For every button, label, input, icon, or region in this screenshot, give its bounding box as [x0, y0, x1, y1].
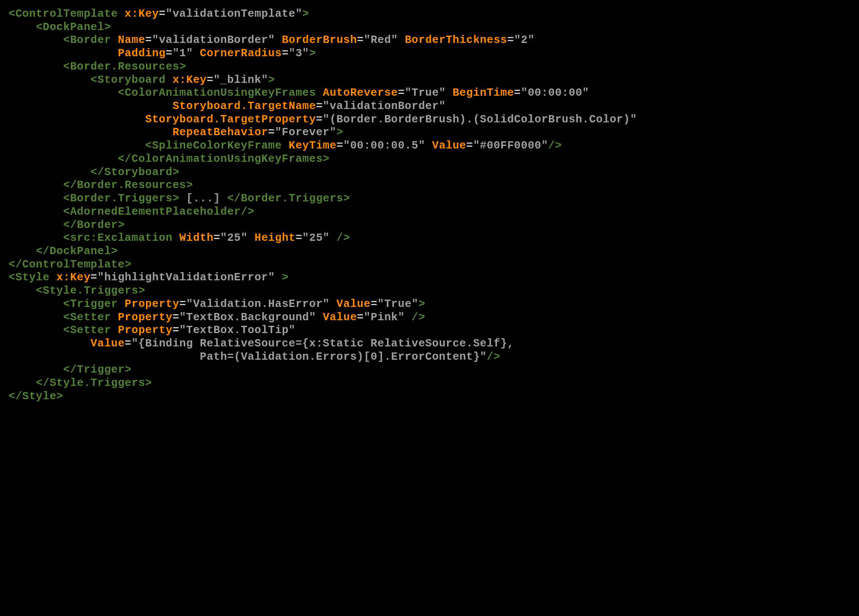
code-line: RepeatBehavior="Forever"> — [9, 126, 343, 139]
code-line: </Style> — [9, 390, 63, 403]
code-line: <Style.Triggers> — [9, 285, 145, 297]
code-line: </ColorAnimationUsingKeyFrames> — [9, 153, 329, 165]
code-line: <Border Name="validationBorder" BorderBr… — [9, 34, 535, 46]
code-line: <src:Exclamation Width="25" Height="25" … — [9, 232, 350, 244]
code-line: <ColorAnimationUsingKeyFrames AutoRevers… — [9, 87, 589, 99]
code-line: <Border.Resources> — [9, 61, 186, 73]
code-line: Storyboard.TargetProperty="(Border.Borde… — [9, 113, 637, 126]
code-line: <Style x:Key="highlightValidationError" … — [9, 271, 289, 284]
code-line: </Border.Resources> — [9, 179, 193, 191]
code-line: <Storyboard x:Key="_blink"> — [9, 74, 275, 86]
code-line: </Trigger> — [9, 364, 131, 376]
code-line: </DockPanel> — [9, 245, 118, 258]
code-line: Storyboard.TargetName="validationBorder" — [9, 100, 446, 112]
code-line: </ControlTemplate> — [9, 258, 131, 271]
code-line: <ControlTemplate x:Key="validationTempla… — [9, 8, 309, 20]
code-line: <AdornedElementPlaceholder/> — [9, 206, 255, 218]
code-line: <Setter Property="TextBox.ToolTip" — [9, 324, 295, 337]
code-line: <DockPanel> — [9, 21, 111, 33]
code-line: </Storyboard> — [9, 166, 180, 179]
code-line: Padding="1" CornerRadius="3"> — [9, 47, 316, 60]
code-line: </Border> — [9, 219, 125, 231]
code-line: Value="{Binding RelativeSource={x:Static… — [9, 337, 514, 350]
code-line: <SplineColorKeyFrame KeyTime="00:00:00.5… — [9, 140, 562, 152]
code-line: Path=(Validation.Errors)[0].ErrorContent… — [9, 351, 500, 363]
code-block: <ControlTemplate x:Key="validationTempla… — [0, 0, 859, 411]
code-line: </Style.Triggers> — [9, 377, 152, 389]
code-line: <Border.Triggers> [...] </Border.Trigger… — [9, 192, 350, 205]
code-line: <Trigger Property="Validation.HasError" … — [9, 298, 425, 310]
code-line: <Setter Property="TextBox.Background" Va… — [9, 311, 425, 324]
